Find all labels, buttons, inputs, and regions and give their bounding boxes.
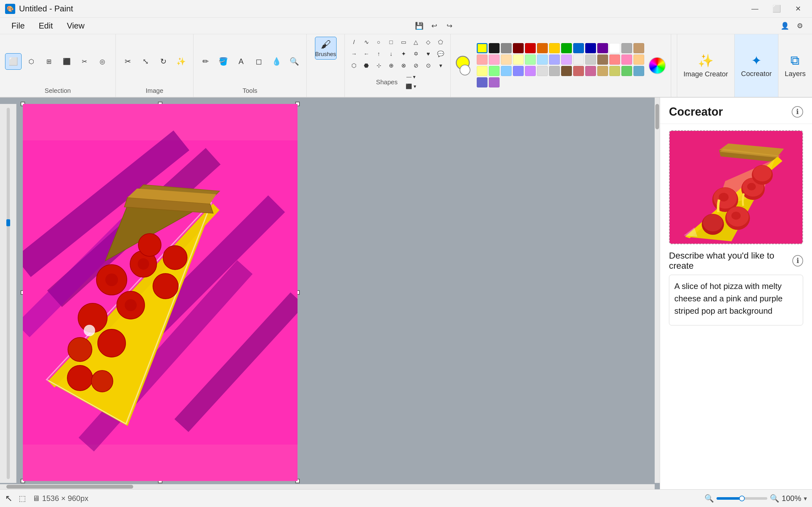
color-swatch-5[interactable] [537,43,548,53]
color-swatch-8[interactable] [573,43,584,53]
settings-icon[interactable]: ⚙ [793,19,807,33]
shape-pentagon[interactable]: ⬠ [435,37,446,48]
delete-selection-btn[interactable]: ✂ [76,53,93,70]
zoom-in-icon[interactable]: 🔍 [770,494,779,503]
shape-arrow-l[interactable]: ← [361,49,372,59]
color-swatch-16[interactable] [501,55,512,65]
shape-more3[interactable]: ⊹ [373,60,384,71]
fill-btn[interactable]: 🪣 [215,53,232,70]
invert-selection-btn[interactable]: ⬛ [58,53,75,70]
shape-more1[interactable]: ⬡ [349,60,359,71]
stroke-style-btn[interactable]: — ▾ [403,72,419,81]
pencil-btn[interactable]: ✏ [197,53,214,70]
transparent-selection-btn[interactable]: ◎ [94,53,110,70]
color-swatch-43[interactable] [489,77,500,88]
shape-arrow-d[interactable]: ↓ [386,49,397,59]
horizontal-scrollbar[interactable] [0,484,655,489]
color-swatch-3[interactable] [513,43,524,53]
shape-roundrect[interactable]: ▭ [398,37,409,48]
color-swatch-36[interactable] [573,66,584,76]
shape-diamond[interactable]: ◇ [423,37,434,48]
shape-more2[interactable]: ⬣ [361,60,372,71]
select-all-btn[interactable]: ⊞ [41,53,57,70]
custom-color-btn[interactable] [649,57,666,74]
color-swatch-7[interactable] [561,43,572,53]
image-creator-panel-btn[interactable]: ✨ Image Creator [677,34,734,97]
color-swatch-10[interactable] [597,43,608,53]
ai-image-btn[interactable]: ✨ [173,53,189,70]
cocreator-panel-btn[interactable]: ✦ Cocreator [734,34,778,97]
color-swatch-9[interactable] [585,43,596,53]
color-swatch-4[interactable] [525,43,536,53]
color-swatch-38[interactable] [597,66,608,76]
describe-info-button[interactable]: ℹ [792,255,803,267]
color-swatch-17[interactable] [513,55,524,65]
color-picker-btn[interactable]: 💧 [268,53,285,70]
cocreator-textarea[interactable]: A slice of hot pizza with melty cheese a… [669,275,803,326]
color-swatch-26[interactable] [621,55,632,65]
color-swatch-13[interactable] [633,43,644,53]
color-swatch-11[interactable] [609,43,620,53]
color-swatch-32[interactable] [525,66,536,76]
shape-more5[interactable]: ⊗ [398,60,409,71]
shape-line[interactable]: / [349,37,359,48]
menu-file[interactable]: File [5,19,31,33]
color-swatch-1[interactable] [489,43,500,53]
selection-free-btn[interactable]: ⬡ [23,53,39,70]
color-swatch-19[interactable] [537,55,548,65]
shape-more4[interactable]: ⊕ [386,60,397,71]
color-swatch-31[interactable] [513,66,524,76]
vscroll-thumb[interactable] [655,104,659,129]
color-swatch-15[interactable] [489,55,500,65]
color-swatch-21[interactable] [561,55,572,65]
shape-callout[interactable]: 💬 [435,49,446,59]
color-swatch-14[interactable] [477,55,488,65]
shape-rect[interactable]: □ [386,37,397,48]
menu-edit[interactable]: Edit [32,19,59,33]
color2-swatch[interactable] [460,65,470,75]
color-swatch-2[interactable] [501,43,512,53]
shape-dropdown[interactable]: ▾ [435,60,446,71]
color-swatch-0[interactable] [477,43,488,53]
panel-info-button[interactable]: ℹ [792,106,803,118]
text-btn[interactable]: A [233,53,249,70]
color-swatch-22[interactable] [573,55,584,65]
eraser-btn[interactable]: ◻ [251,53,267,70]
shape-arrow-u[interactable]: ↑ [373,49,384,59]
color-swatch-41[interactable] [633,66,644,76]
zoom-dropdown-btn[interactable]: ▾ [804,495,807,502]
color-swatch-20[interactable] [549,55,560,65]
minimize-button[interactable]: — [746,3,764,15]
shape-star6[interactable]: ✡ [410,49,421,59]
shape-more7[interactable]: ⊙ [423,60,434,71]
ruler-thumb[interactable] [6,219,10,226]
hscroll-thumb[interactable] [6,485,133,489]
color-swatch-27[interactable] [633,55,644,65]
menu-view[interactable]: View [61,19,91,33]
color-swatch-35[interactable] [561,66,572,76]
color-swatch-30[interactable] [501,66,512,76]
save-icon[interactable]: 💾 [412,19,426,33]
color-swatch-12[interactable] [621,43,632,53]
zoom-out-icon[interactable]: 🔍 [705,494,714,503]
color-swatch-6[interactable] [549,43,560,53]
color-swatch-40[interactable] [621,66,632,76]
color-swatch-24[interactable] [597,55,608,65]
color-swatch-18[interactable] [525,55,536,65]
shape-arrow-r[interactable]: → [349,49,359,59]
fill-style-btn[interactable]: ⬛ ▾ [403,82,419,91]
close-button[interactable]: ✕ [789,3,807,15]
painting-canvas[interactable] [23,104,298,481]
resize-btn[interactable]: ⤡ [137,53,154,70]
zoom-thumb[interactable] [739,496,745,501]
maximize-button[interactable]: ⬜ [768,3,785,15]
shape-heart[interactable]: ♥ [423,49,434,59]
vertical-scrollbar[interactable] [655,98,660,483]
canvas-area[interactable] [0,98,660,489]
shape-circle[interactable]: ○ [373,37,384,48]
layers-panel-btn[interactable]: ⧉ Layers [778,34,812,97]
color-swatch-28[interactable] [477,66,488,76]
selection-rect-btn[interactable]: ⬜ [5,53,21,70]
color-swatch-23[interactable] [585,55,596,65]
color-swatch-37[interactable] [585,66,596,76]
